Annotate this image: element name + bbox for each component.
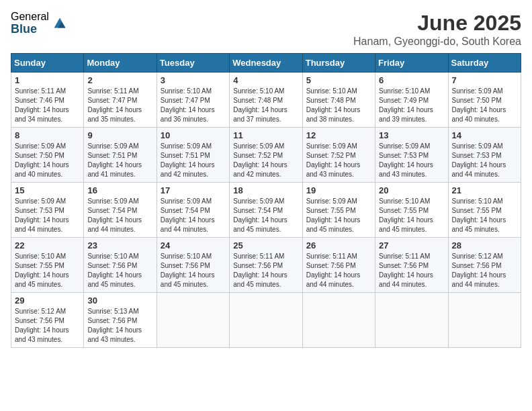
day-number: 27 (379, 240, 444, 250)
calendar-table: SundayMondayTuesdayWednesdayThursdayFrid… (11, 53, 521, 348)
sunrise-text: Sunrise: 5:12 AM (15, 307, 80, 316)
daylight-text: Daylight: 14 hours and 40 minutes. (452, 105, 517, 124)
weekday-header-tuesday: Tuesday (157, 54, 229, 73)
day-info: Sunrise: 5:09 AM Sunset: 7:51 PM Dayligh… (161, 142, 226, 179)
daylight-text: Daylight: 14 hours and 45 minutes. (306, 216, 371, 234)
day-info: Sunrise: 5:09 AM Sunset: 7:53 PM Dayligh… (379, 142, 444, 179)
day-cell-16: 16 Sunrise: 5:09 AM Sunset: 7:54 PM Dayl… (84, 183, 157, 238)
daylight-text: Daylight: 14 hours and 37 minutes. (233, 105, 298, 124)
daylight-text: Daylight: 14 hours and 44 minutes. (87, 216, 152, 234)
day-info: Sunrise: 5:11 AM Sunset: 7:56 PM Dayligh… (233, 252, 298, 289)
sunrise-text: Sunrise: 5:09 AM (379, 142, 444, 151)
daylight-text: Daylight: 14 hours and 40 minutes. (15, 161, 80, 179)
day-info: Sunrise: 5:09 AM Sunset: 7:50 PM Dayligh… (15, 142, 80, 179)
sunrise-text: Sunrise: 5:11 AM (306, 252, 371, 261)
daylight-text: Daylight: 14 hours and 42 minutes. (233, 161, 298, 179)
day-number: 6 (379, 75, 444, 85)
sunrise-text: Sunrise: 5:11 AM (379, 252, 444, 261)
weekday-header-saturday: Saturday (448, 54, 521, 73)
day-cell-24: 24 Sunrise: 5:10 AM Sunset: 7:56 PM Dayl… (157, 238, 229, 293)
day-cell-12: 12 Sunrise: 5:09 AM Sunset: 7:52 PM Dayl… (302, 128, 375, 183)
sunrise-text: Sunrise: 5:09 AM (15, 197, 80, 206)
sunrise-text: Sunrise: 5:10 AM (161, 252, 226, 261)
day-cell-29: 29 Sunrise: 5:12 AM Sunset: 7:56 PM Dayl… (11, 293, 84, 348)
daylight-text: Daylight: 14 hours and 45 minutes. (452, 216, 517, 234)
day-info: Sunrise: 5:09 AM Sunset: 7:54 PM Dayligh… (87, 197, 152, 234)
daylight-text: Daylight: 14 hours and 42 minutes. (161, 161, 226, 179)
day-cell-8: 8 Sunrise: 5:09 AM Sunset: 7:50 PM Dayli… (11, 128, 84, 183)
weekday-header-thursday: Thursday (302, 54, 375, 73)
sunrise-text: Sunrise: 5:12 AM (452, 252, 517, 261)
sunset-text: Sunset: 7:52 PM (306, 151, 371, 161)
day-info: Sunrise: 5:12 AM Sunset: 7:56 PM Dayligh… (15, 307, 80, 345)
daylight-text: Daylight: 14 hours and 44 minutes. (452, 161, 517, 179)
sunset-text: Sunset: 7:49 PM (379, 96, 444, 105)
day-number: 30 (87, 295, 152, 306)
daylight-text: Daylight: 14 hours and 45 minutes. (233, 271, 298, 289)
sunset-text: Sunset: 7:50 PM (452, 96, 517, 105)
day-info: Sunrise: 5:10 AM Sunset: 7:49 PM Dayligh… (379, 87, 444, 124)
day-info: Sunrise: 5:10 AM Sunset: 7:55 PM Dayligh… (15, 252, 80, 289)
logo: General Blue (11, 11, 69, 36)
day-number: 4 (233, 75, 298, 85)
calendar-week-row: 8 Sunrise: 5:09 AM Sunset: 7:50 PM Dayli… (11, 128, 521, 183)
day-cell-30: 30 Sunrise: 5:13 AM Sunset: 7:56 PM Dayl… (84, 293, 157, 348)
sunrise-text: Sunrise: 5:09 AM (161, 142, 226, 151)
weekday-header-friday: Friday (375, 54, 448, 73)
daylight-text: Daylight: 14 hours and 44 minutes. (379, 271, 444, 289)
sunrise-text: Sunrise: 5:09 AM (452, 142, 517, 151)
day-cell-2: 2 Sunrise: 5:11 AM Sunset: 7:47 PM Dayli… (84, 73, 157, 128)
daylight-text: Daylight: 14 hours and 35 minutes. (87, 105, 152, 124)
sunset-text: Sunset: 7:56 PM (306, 261, 371, 271)
sunrise-text: Sunrise: 5:09 AM (87, 142, 152, 151)
day-number: 29 (15, 295, 80, 306)
sunset-text: Sunset: 7:53 PM (379, 151, 444, 161)
daylight-text: Daylight: 14 hours and 43 minutes. (379, 161, 444, 179)
day-cell-1: 1 Sunrise: 5:11 AM Sunset: 7:46 PM Dayli… (11, 73, 84, 128)
sunset-text: Sunset: 7:47 PM (87, 96, 152, 105)
empty-day-cell (230, 293, 302, 348)
day-cell-25: 25 Sunrise: 5:11 AM Sunset: 7:56 PM Dayl… (230, 238, 302, 293)
day-number: 26 (306, 240, 371, 250)
daylight-text: Daylight: 14 hours and 34 minutes. (15, 105, 80, 124)
sunset-text: Sunset: 7:55 PM (306, 206, 371, 216)
day-info: Sunrise: 5:09 AM Sunset: 7:55 PM Dayligh… (306, 197, 371, 234)
sunset-text: Sunset: 7:50 PM (15, 151, 80, 161)
calendar-week-row: 1 Sunrise: 5:11 AM Sunset: 7:46 PM Dayli… (11, 73, 521, 128)
sunrise-text: Sunrise: 5:10 AM (233, 87, 298, 96)
day-info: Sunrise: 5:10 AM Sunset: 7:55 PM Dayligh… (452, 197, 517, 234)
daylight-text: Daylight: 14 hours and 41 minutes. (87, 161, 152, 179)
day-cell-14: 14 Sunrise: 5:09 AM Sunset: 7:53 PM Dayl… (448, 128, 521, 183)
daylight-text: Daylight: 14 hours and 38 minutes. (306, 105, 371, 124)
day-number: 5 (306, 75, 371, 85)
sunrise-text: Sunrise: 5:10 AM (379, 87, 444, 96)
day-info: Sunrise: 5:11 AM Sunset: 7:47 PM Dayligh… (87, 87, 152, 124)
calendar-header-row: SundayMondayTuesdayWednesdayThursdayFrid… (11, 54, 521, 73)
sunset-text: Sunset: 7:55 PM (379, 206, 444, 216)
sunrise-text: Sunrise: 5:09 AM (452, 87, 517, 96)
day-cell-6: 6 Sunrise: 5:10 AM Sunset: 7:49 PM Dayli… (375, 73, 448, 128)
day-number: 8 (15, 130, 80, 140)
day-info: Sunrise: 5:11 AM Sunset: 7:56 PM Dayligh… (379, 252, 444, 289)
sunset-text: Sunset: 7:56 PM (161, 261, 226, 271)
sunrise-text: Sunrise: 5:09 AM (306, 197, 371, 206)
daylight-text: Daylight: 14 hours and 39 minutes. (379, 105, 444, 124)
sunset-text: Sunset: 7:55 PM (15, 261, 80, 271)
daylight-text: Daylight: 14 hours and 43 minutes. (87, 326, 152, 345)
sunrise-text: Sunrise: 5:09 AM (15, 142, 80, 151)
day-info: Sunrise: 5:12 AM Sunset: 7:56 PM Dayligh… (452, 252, 517, 289)
sunset-text: Sunset: 7:56 PM (87, 261, 152, 271)
day-number: 7 (452, 75, 517, 85)
daylight-text: Daylight: 14 hours and 45 minutes. (233, 216, 298, 234)
day-number: 22 (15, 240, 80, 250)
daylight-text: Daylight: 14 hours and 45 minutes. (15, 271, 80, 289)
daylight-text: Daylight: 14 hours and 44 minutes. (306, 271, 371, 289)
day-cell-23: 23 Sunrise: 5:10 AM Sunset: 7:56 PM Dayl… (84, 238, 157, 293)
sunrise-text: Sunrise: 5:09 AM (161, 197, 226, 206)
sunset-text: Sunset: 7:51 PM (161, 151, 226, 161)
day-info: Sunrise: 5:10 AM Sunset: 7:47 PM Dayligh… (161, 87, 226, 124)
day-info: Sunrise: 5:09 AM Sunset: 7:52 PM Dayligh… (233, 142, 298, 179)
day-number: 21 (452, 185, 517, 195)
empty-day-cell (157, 293, 229, 348)
sunset-text: Sunset: 7:52 PM (233, 151, 298, 161)
